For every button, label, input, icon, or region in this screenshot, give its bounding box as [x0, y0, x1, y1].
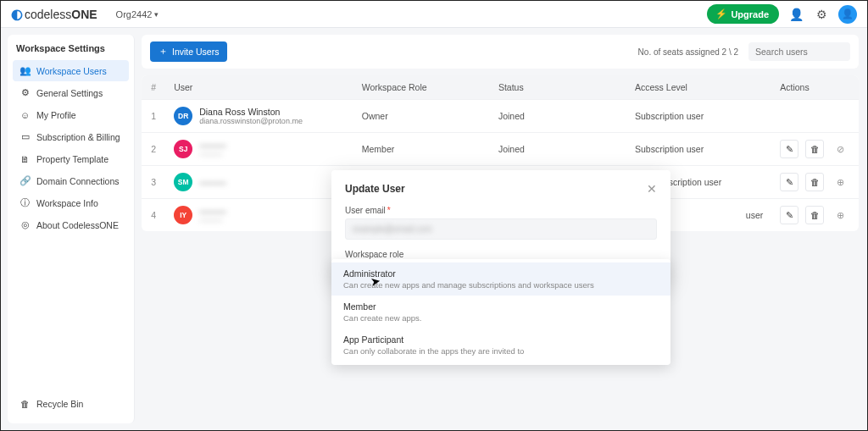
- close-icon[interactable]: ✕: [647, 182, 657, 196]
- status-cell: Joined: [490, 133, 626, 166]
- row-index: 2: [142, 133, 165, 166]
- user-name: ———: [199, 206, 226, 216]
- sidebar-title: Workspace Settings: [13, 43, 129, 60]
- option-title: App Participant: [343, 334, 659, 345]
- org-name: Org2442: [116, 9, 153, 19]
- invite-label: Invite Users: [172, 47, 219, 57]
- sidebar-item-about[interactable]: ◎About CodelessONE: [13, 214, 129, 235]
- modal-title: Update User: [345, 183, 405, 195]
- email-label: User email*: [345, 206, 657, 215]
- role-label: Workspace role: [345, 250, 657, 259]
- avatar: IY: [174, 206, 192, 224]
- role-option-member[interactable]: Member Can create new apps.: [331, 296, 670, 329]
- sidebar-item-my-profile[interactable]: ☺My Profile: [13, 104, 129, 125]
- email-field[interactable]: example@email.com: [345, 218, 657, 240]
- user-email: ———: [199, 216, 226, 224]
- user-email: ———: [199, 150, 226, 158]
- row-index: 3: [142, 166, 165, 199]
- sidebar-item-label: My Profile: [36, 110, 76, 120]
- edit-icon[interactable]: ✎: [780, 173, 798, 191]
- access-cell: Subscription user: [626, 133, 771, 166]
- search-input[interactable]: [748, 42, 850, 61]
- sidebar-item-label: General Settings: [36, 88, 103, 98]
- role-cell: Member: [353, 133, 490, 166]
- main-toolbar: ＋Invite Users No. of seats assigned 2 \ …: [142, 35, 859, 69]
- upgrade-button[interactable]: ⚡ Upgrade: [707, 4, 779, 24]
- delete-icon[interactable]: 🗑: [805, 173, 824, 191]
- plus-icon: ＋: [159, 46, 168, 58]
- info-icon: ⓘ: [19, 197, 31, 208]
- avatar: DR: [174, 107, 192, 125]
- topbar: ◐ codelessONE Org2442 ▾ ⚡ Upgrade 👤 ⚙ 👤: [1, 1, 867, 28]
- role-option-app-participant[interactable]: App Participant Can only collaborate in …: [331, 329, 670, 362]
- block-icon[interactable]: ⊘: [831, 140, 849, 158]
- sidebar-item-property-template[interactable]: 🗎Property Template: [13, 148, 129, 169]
- option-title: Administrator: [343, 268, 659, 279]
- invite-users-button[interactable]: ＋Invite Users: [150, 41, 227, 62]
- brand-suffix: ONE: [71, 8, 97, 21]
- role-cell: Owner: [353, 100, 490, 133]
- more-icon[interactable]: ⊕: [831, 206, 849, 224]
- user-name: Diana Ross Winston: [199, 107, 303, 117]
- sidebar-item-recycle-bin[interactable]: 🗑Recycle Bin: [13, 393, 129, 414]
- trash-icon: 🗑: [19, 398, 31, 409]
- sidebar-item-label: Domain Connections: [36, 176, 119, 186]
- bolt-icon: ⚡: [715, 8, 727, 19]
- avatar: SM: [174, 173, 192, 191]
- option-desc: Can create new apps and manage subscript…: [343, 280, 659, 290]
- about-icon: ◎: [19, 219, 31, 230]
- sidebar-item-workspace-info[interactable]: ⓘWorkspace Info: [13, 192, 129, 213]
- sidebar-item-label: Property Template: [36, 154, 108, 164]
- org-switcher[interactable]: Org2442 ▾: [116, 9, 159, 19]
- link-icon: 🔗: [19, 175, 31, 186]
- table-row: 1 DRDiana Ross Winstondiana.rosswinston@…: [142, 100, 859, 133]
- add-user-icon[interactable]: 👤: [787, 6, 804, 23]
- avatar: SJ: [174, 140, 192, 158]
- col-actions: Actions: [771, 75, 859, 100]
- sidebar-item-label: Workspace Info: [36, 198, 98, 208]
- row-index: 1: [142, 100, 165, 133]
- document-icon: 🗎: [19, 153, 31, 164]
- option-desc: Can create new apps.: [343, 313, 659, 323]
- role-option-administrator[interactable]: Administrator Can create new apps and ma…: [331, 262, 670, 296]
- sidebar-item-workspace-users[interactable]: 👥Workspace Users: [13, 60, 129, 81]
- delete-icon[interactable]: 🗑: [805, 206, 824, 224]
- user-name: ———: [199, 140, 226, 150]
- edit-icon[interactable]: ✎: [780, 140, 798, 158]
- col-role: Workspace Role: [353, 75, 490, 100]
- role-dropdown: Administrator Can create new apps and ma…: [331, 259, 670, 365]
- seats-assigned: No. of seats assigned 2 \ 2: [638, 47, 738, 57]
- card-icon: ▭: [19, 131, 31, 142]
- upgrade-label: Upgrade: [731, 9, 769, 19]
- logo: ◐ codelessONE: [11, 6, 97, 22]
- user-icon: ☺: [19, 109, 31, 120]
- col-num: #: [142, 75, 165, 100]
- gear-icon[interactable]: ⚙: [813, 6, 830, 23]
- col-access: Access Level: [626, 75, 771, 100]
- users-icon: 👥: [19, 65, 31, 76]
- option-desc: Can only collaborate in the apps they ar…: [343, 346, 659, 356]
- logo-mark-icon: ◐: [11, 6, 23, 22]
- sidebar-item-label: About CodelessONE: [36, 220, 119, 230]
- user-name: ———: [199, 177, 226, 187]
- access-cell: Subscription user: [626, 100, 771, 133]
- sidebar-item-domain-connections[interactable]: 🔗Domain Connections: [13, 170, 129, 191]
- col-user: User: [165, 75, 353, 100]
- gear-icon: ⚙: [19, 87, 31, 98]
- status-cell: Joined: [490, 100, 626, 133]
- sidebar: Workspace Settings 👥Workspace Users ⚙Gen…: [8, 35, 135, 423]
- sidebar-item-label: Workspace Users: [36, 66, 107, 76]
- sidebar-item-general-settings[interactable]: ⚙General Settings: [13, 82, 129, 103]
- sidebar-item-subscription-billing[interactable]: ▭Subscription & Billing: [13, 126, 129, 147]
- edit-icon[interactable]: ✎: [780, 206, 798, 224]
- avatar[interactable]: 👤: [838, 5, 857, 24]
- option-title: Member: [343, 301, 659, 312]
- user-email: diana.rosswinston@proton.me: [199, 117, 303, 125]
- more-icon[interactable]: ⊕: [831, 173, 849, 191]
- table-row: 2 SJ—————— Member Joined Subscription us…: [142, 133, 859, 166]
- sidebar-item-label: Subscription & Billing: [36, 132, 120, 142]
- brand-prefix: codeless: [25, 8, 71, 21]
- sidebar-item-label: Recycle Bin: [36, 399, 83, 409]
- delete-icon[interactable]: 🗑: [805, 140, 824, 158]
- caret-down-icon: ▾: [154, 10, 159, 19]
